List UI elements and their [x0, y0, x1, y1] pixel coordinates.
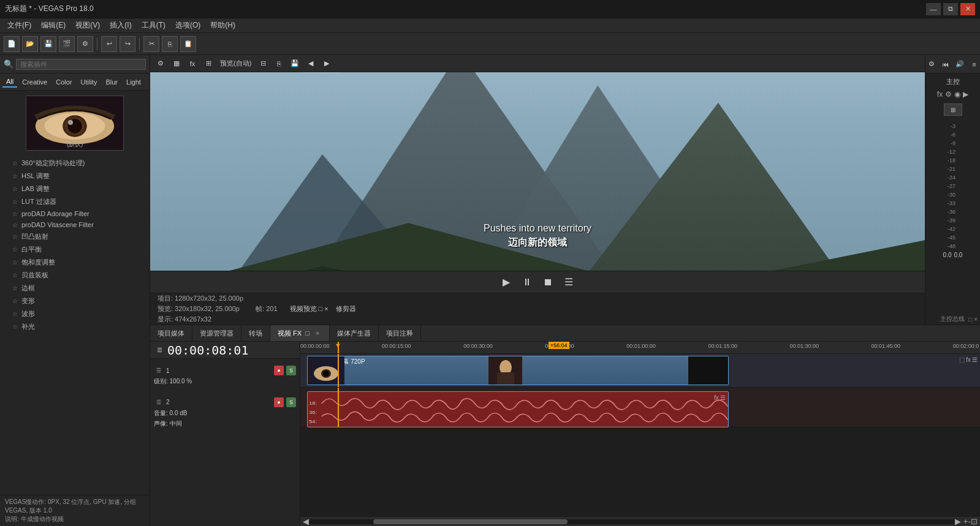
tab-transitions[interactable]: 转场: [241, 325, 270, 341]
track-header-btn1[interactable]: ☰: [154, 345, 165, 356]
close-button[interactable]: ✕: [960, 3, 975, 15]
mixer-settings-button[interactable]: ⚙: [925, 58, 937, 71]
ruler-tick-0: 00:00:00:00: [300, 343, 330, 349]
preview-table-button[interactable]: ▦: [170, 57, 183, 70]
effect-item[interactable]: ☆边框: [0, 282, 150, 295]
menu-tools[interactable]: 工具(T): [137, 19, 170, 32]
copy-button[interactable]: ⎘: [162, 36, 178, 52]
track2-solo-btn[interactable]: S: [286, 397, 296, 407]
tab-light[interactable]: Light: [123, 77, 145, 87]
audio-menu-btn[interactable]: ☰: [720, 394, 726, 401]
preview-settings-button[interactable]: ⚙: [154, 57, 167, 70]
effect-item[interactable]: ☆波形: [0, 307, 150, 320]
preview-save-button[interactable]: 💾: [288, 57, 302, 70]
effect-item[interactable]: ☆贝兹装板: [0, 269, 150, 282]
track2-mute-btn[interactable]: ●: [274, 397, 284, 407]
preview-btn8[interactable]: ◀: [304, 57, 317, 70]
tab-creative[interactable]: Creative: [18, 77, 51, 87]
effect-item[interactable]: ☆LAB 调整: [0, 182, 150, 195]
undo-button[interactable]: ↩: [101, 36, 117, 52]
mixer-icon3[interactable]: ◉: [954, 90, 960, 99]
mixer-play-button[interactable]: ⏮: [940, 58, 951, 71]
ruler-tick-4: 00:01:00:00: [626, 343, 656, 349]
effect-item[interactable]: ☆HSL 调整: [0, 170, 150, 182]
effect-item[interactable]: ☆LUT 过滤器: [0, 195, 150, 208]
video-clip[interactable]: vegas 18 字幕 720P: [307, 356, 729, 385]
scroll-track[interactable]: [309, 519, 955, 524]
new-button[interactable]: 📄: [4, 36, 20, 52]
pause-button[interactable]: ⏸: [519, 274, 535, 290]
preview-btn9[interactable]: ▶: [320, 57, 333, 70]
effect-item[interactable]: ☆proDAD Vitascene Filter: [0, 219, 150, 230]
preview-fx-button[interactable]: fx: [186, 57, 199, 70]
effect-item[interactable]: ☆凹凸贴射: [0, 230, 150, 243]
loop-button[interactable]: ☰: [561, 274, 577, 290]
settings-button[interactable]: ⚙: [77, 36, 93, 52]
tab-project-notes[interactable]: 项目注释: [379, 325, 421, 341]
video-preview-tab[interactable]: 视频预览 □ ×: [290, 304, 329, 314]
preview-copy-button[interactable]: ⎘: [272, 57, 286, 70]
db-mark: -45: [948, 235, 955, 241]
tab-video-fx[interactable]: 视频 FX □ ×: [270, 325, 330, 341]
search-icon: 🔍: [4, 59, 13, 69]
track1-menu-btn[interactable]: ☰: [154, 366, 164, 375]
search-input[interactable]: [16, 59, 146, 70]
mixer-icon2[interactable]: ⚙: [945, 90, 952, 99]
track1-mute-btn[interactable]: ●: [274, 366, 284, 375]
audio-clip[interactable]: vegas 18 字幕 720P 18: 36: 54:: [307, 391, 729, 427]
menu-view[interactable]: 视图(V): [70, 19, 105, 32]
scroll-fit-btn[interactable]: ⊡: [971, 517, 978, 526]
effect-item[interactable]: ☆饱和度调整: [0, 256, 150, 269]
track-motion-btn[interactable]: ⬚: [959, 356, 965, 363]
track2-menu-btn[interactable]: ☰: [154, 397, 164, 407]
mixer-vol-button[interactable]: 🔊: [954, 58, 966, 71]
effect-item[interactable]: ☆补光: [0, 320, 150, 333]
tab-color[interactable]: Color: [52, 77, 75, 87]
cut-button[interactable]: ✂: [143, 36, 159, 52]
tab-utility[interactable]: Utility: [77, 77, 101, 87]
track1-solo-btn[interactable]: S: [286, 366, 296, 375]
scroll-right-btn[interactable]: ▶: [955, 517, 961, 526]
effect-item[interactable]: ☆变形: [0, 295, 150, 307]
audio-fx-btn[interactable]: fx: [714, 394, 719, 401]
db-mark: -39: [948, 217, 955, 224]
video-fx-icon[interactable]: □: [302, 328, 313, 338]
tab-360[interactable]: 360: [146, 77, 150, 87]
play-button[interactable]: ▶: [498, 274, 514, 290]
maximize-button[interactable]: ⧉: [943, 3, 958, 15]
open-button[interactable]: 📂: [22, 36, 38, 52]
scroll-plus-btn[interactable]: +: [963, 517, 968, 526]
video-fx-close[interactable]: ×: [313, 329, 322, 337]
mixer-fx-icon[interactable]: fx: [937, 90, 943, 99]
tab-blur[interactable]: Blur: [102, 77, 121, 87]
menu-insert[interactable]: 插入(I): [105, 19, 136, 32]
tab-project-media[interactable]: 项目媒体: [150, 325, 192, 341]
tab-all[interactable]: All: [2, 77, 17, 88]
preview-auto-label: 预览(自动): [218, 59, 254, 68]
effect-item[interactable]: ☆白平衡: [0, 243, 150, 256]
scroll-thumb[interactable]: [373, 519, 567, 524]
master-lock-btn[interactable]: □ ×: [968, 316, 978, 323]
scroll-left-btn[interactable]: ◀: [303, 517, 309, 526]
tab-media-generator[interactable]: 媒体产生器: [330, 325, 379, 341]
menu-options[interactable]: 选项(O): [170, 19, 205, 32]
menu-edit[interactable]: 编辑(E): [36, 19, 70, 32]
preview-mode-button[interactable]: ⊞: [202, 57, 215, 70]
effect-item[interactable]: ☆proDAD Adorage Filter: [0, 208, 150, 219]
render-button[interactable]: 🎬: [59, 36, 75, 52]
effect-item[interactable]: ☆360°稳定防抖动处理): [0, 157, 150, 170]
redo-button[interactable]: ↪: [120, 36, 135, 52]
paste-button[interactable]: 📋: [180, 36, 196, 52]
trimmer-tab[interactable]: 修剪器: [336, 304, 356, 314]
stop-button[interactable]: ⏹: [540, 274, 556, 290]
mixer-eq-button[interactable]: ≡: [968, 58, 980, 71]
save-button[interactable]: 💾: [40, 36, 56, 52]
tab-resource-manager[interactable]: 资源管理器: [192, 325, 241, 341]
track-fx-btn[interactable]: fx: [966, 356, 971, 363]
track-menu-btn[interactable]: ☰: [972, 356, 978, 363]
minimize-button[interactable]: —: [926, 3, 941, 15]
menu-help[interactable]: 帮助(H): [205, 19, 240, 32]
preview-grid-button[interactable]: ⊟: [256, 57, 270, 70]
menu-file[interactable]: 文件(F): [2, 19, 36, 32]
mixer-icon4[interactable]: ▶: [963, 90, 968, 99]
